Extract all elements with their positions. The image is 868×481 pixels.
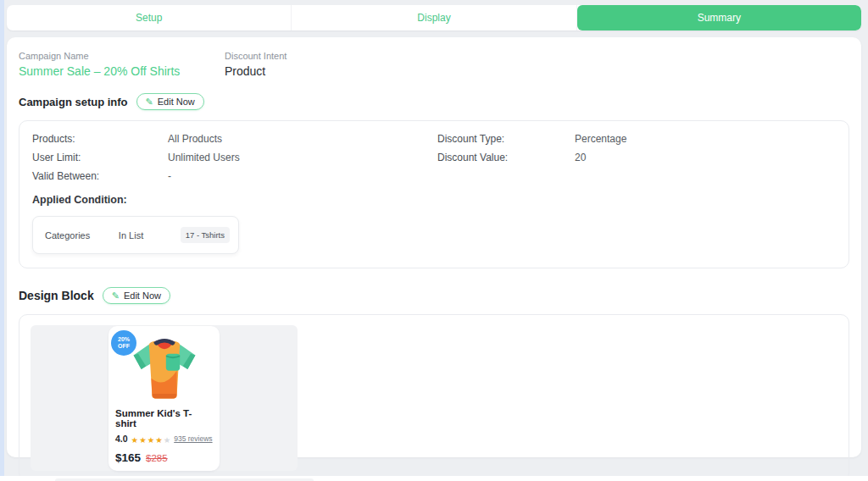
campaign-header-row: Campaign Name Summer Sale – 20% Off Shir… xyxy=(19,51,849,78)
campaign-name-label: Campaign Name xyxy=(19,51,225,61)
products-value: All Products xyxy=(168,133,437,145)
info-row: User Limit: Unlimited Users Discount Val… xyxy=(32,152,836,163)
discount-type-value: Percentage xyxy=(575,133,836,145)
wizard-tabbar: Setup Display Summary xyxy=(7,5,861,30)
info-row: Products: All Products Discount Type: Pe… xyxy=(32,133,836,145)
campaign-name-field: Campaign Name Summer Sale – 20% Off Shir… xyxy=(19,51,225,78)
setup-section-title: Campaign setup info xyxy=(19,96,128,108)
discount-intent-label: Discount Intent xyxy=(225,51,431,61)
star-empty-icon: ★ xyxy=(164,435,171,445)
badge-percent: 20% xyxy=(118,336,130,343)
design-block-box: 20% OFF xyxy=(19,314,849,481)
condition-operator: In List xyxy=(119,230,181,240)
products-label: Products: xyxy=(32,133,168,145)
valid-between-label: Valid Between: xyxy=(32,170,168,182)
page-left-edge xyxy=(0,0,4,481)
discount-intent-field: Discount Intent Product xyxy=(225,51,431,78)
pencil-icon: ✎ xyxy=(112,291,120,301)
edit-setup-button[interactable]: ✎ Edit Now xyxy=(136,93,204,110)
info-row: Valid Between: - xyxy=(32,170,836,182)
applied-condition-label: Applied Condition: xyxy=(32,194,836,206)
setup-section-header: Campaign setup info ✎ Edit Now xyxy=(19,93,849,110)
edit-setup-button-label: Edit Now xyxy=(158,97,195,107)
design-section-title: Design Block xyxy=(19,289,94,302)
campaign-name-value: Summer Sale – 20% Off Shirts xyxy=(19,64,225,78)
discount-type-label: Discount Type: xyxy=(437,133,575,145)
user-limit-value: Unlimited Users xyxy=(168,152,437,163)
design-preview-area: 20% OFF xyxy=(31,325,298,471)
valid-between-value: - xyxy=(168,170,437,182)
summary-panel: Campaign Name Summer Sale – 20% Off Shir… xyxy=(7,37,861,457)
pencil-icon: ✎ xyxy=(146,97,153,107)
stars-filled-icon: ★★★★ xyxy=(131,435,164,445)
star-rating-icons: ★★★★★ xyxy=(131,431,171,446)
edit-design-button-label: Edit Now xyxy=(124,290,161,301)
discount-value-label: Discount Value: xyxy=(437,152,575,163)
current-price: $165 xyxy=(115,451,141,464)
product-card[interactable]: 20% OFF xyxy=(108,326,220,471)
product-rating-line: 4.0 ★★★★★ 935 reviews xyxy=(115,431,213,446)
edit-design-button[interactable]: ✎ Edit Now xyxy=(103,287,170,304)
discount-intent-value: Product xyxy=(225,64,431,78)
condition-field: Categories xyxy=(45,230,119,240)
discount-value-value: 20 xyxy=(575,152,836,163)
product-price-line: $165 $285 xyxy=(115,451,213,464)
design-section-header: Design Block ✎ Edit Now xyxy=(19,287,849,304)
user-limit-label: User Limit: xyxy=(32,152,168,163)
setup-info-grid: Products: All Products Discount Type: Pe… xyxy=(32,133,836,182)
badge-off: OFF xyxy=(118,343,130,350)
reviews-link[interactable]: 935 reviews xyxy=(174,434,212,443)
tab-display[interactable]: Display xyxy=(292,5,576,30)
condition-value-chip: 17 - Tshirts xyxy=(181,227,230,243)
tab-setup[interactable]: Setup xyxy=(7,5,292,30)
discount-badge: 20% OFF xyxy=(111,330,136,356)
setup-info-box: Products: All Products Discount Type: Pe… xyxy=(19,120,849,268)
tshirt-illustration xyxy=(125,334,203,403)
product-title: Summer Kid's T-shirt xyxy=(115,408,213,428)
tab-summary[interactable]: Summary xyxy=(577,5,861,30)
page-bottom-strip xyxy=(0,476,868,481)
original-price: $285 xyxy=(146,453,168,463)
rating-value: 4.0 xyxy=(115,434,128,444)
condition-card: Categories In List 17 - Tshirts xyxy=(32,216,239,254)
